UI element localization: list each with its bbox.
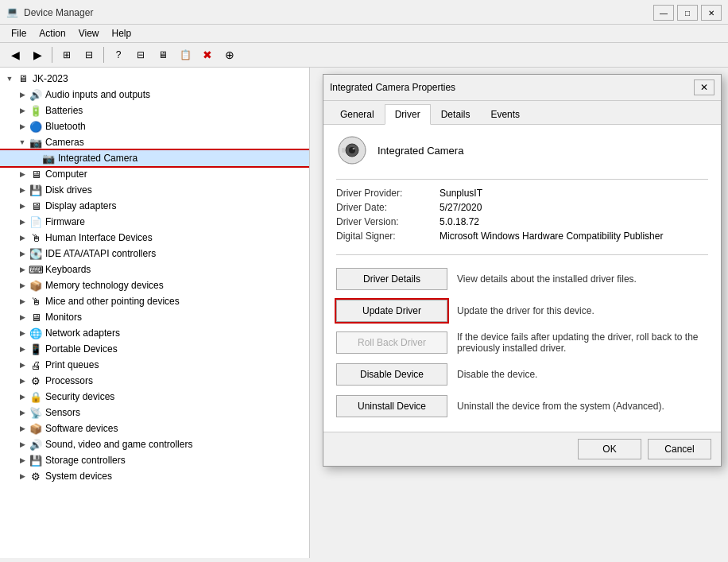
add-button[interactable]: ⊕ xyxy=(219,45,240,64)
expand-camera-icon[interactable] xyxy=(29,152,41,165)
computer-icon: 🖥 xyxy=(16,72,30,86)
expand-firmware-icon[interactable]: ▶ xyxy=(16,215,29,228)
tree-item-audio[interactable]: ▶ 🔊 Audio inputs and outputs xyxy=(0,87,309,103)
expand-button[interactable]: ⊞ xyxy=(56,45,77,64)
software-icon: 📦 xyxy=(29,421,43,436)
driver-date-row: Driver Date: 5/27/2020 xyxy=(336,202,708,213)
tree-item-display[interactable]: ▶ 🖥 Display adapters xyxy=(0,198,309,214)
device-button[interactable]: ⊟ xyxy=(130,45,151,64)
properties-button[interactable]: ? xyxy=(108,45,129,64)
cancel-button[interactable]: Cancel xyxy=(648,439,711,459)
menu-help[interactable]: Help xyxy=(106,26,138,41)
tree-item-computer[interactable]: ▶ 🖥 Computer xyxy=(0,166,309,182)
expand-sound-icon[interactable]: ▶ xyxy=(16,438,29,451)
tab-details[interactable]: Details xyxy=(431,104,481,125)
ok-button[interactable]: OK xyxy=(578,439,641,459)
update-driver-button[interactable]: Update Driver xyxy=(336,300,447,322)
maximize-button[interactable]: □ xyxy=(677,5,698,21)
minimize-button[interactable]: — xyxy=(653,5,674,21)
tree-item-processors[interactable]: ▶ ⚙ Processors xyxy=(0,373,309,389)
tree-item-security[interactable]: ▶ 🔒 Security devices xyxy=(0,389,309,405)
tree-item-disk[interactable]: ▶ 💾 Disk drives xyxy=(0,182,309,198)
expand-computer-icon[interactable]: ▶ xyxy=(16,168,29,180)
expand-cameras-icon[interactable]: ▼ xyxy=(16,136,29,149)
expand-storage-icon[interactable]: ▶ xyxy=(16,454,29,467)
tree-item-keyboards[interactable]: ▶ ⌨ Keyboards xyxy=(0,262,309,277)
monitor-button[interactable]: 🖥 xyxy=(153,45,173,64)
title-bar-controls: — □ ✕ xyxy=(653,5,722,21)
disable-device-row: Disable Device Disable the device. xyxy=(336,359,708,390)
tree-item-hid[interactable]: ▶ 🖱 Human Interface Devices xyxy=(0,230,309,246)
expand-portable-icon[interactable]: ▶ xyxy=(16,343,29,355)
tree-item-batteries[interactable]: ▶ 🔋 Batteries xyxy=(0,103,309,118)
computer-tree-icon: 🖥 xyxy=(29,167,43,181)
dialog-close-button[interactable]: ✕ xyxy=(694,79,714,95)
tree-item-system[interactable]: ▶ ⚙ System devices xyxy=(0,468,309,484)
tree-item-bluetooth[interactable]: ▶ 🔵 Bluetooth xyxy=(0,118,309,134)
monitors-icon: 🖥 xyxy=(29,310,43,324)
tab-general[interactable]: General xyxy=(330,104,385,125)
toolbar-sep-1 xyxy=(52,47,52,63)
driver-signer-label: Digital Signer: xyxy=(336,231,440,242)
tree-item-print[interactable]: ▶ 🖨 Print queues xyxy=(0,357,309,373)
expand-hid-icon[interactable]: ▶ xyxy=(16,231,29,244)
tab-driver[interactable]: Driver xyxy=(385,104,431,125)
tree-item-sensors[interactable]: ▶ 📡 Sensors xyxy=(0,405,309,421)
expand-memory-icon[interactable]: ▶ xyxy=(16,279,29,292)
ide-label: IDE ATA/ATAPI controllers xyxy=(45,248,156,259)
expand-system-icon[interactable]: ▶ xyxy=(16,470,29,483)
expand-batteries-icon[interactable]: ▶ xyxy=(16,104,29,117)
close-button[interactable]: ✕ xyxy=(701,5,722,21)
expand-disk-icon[interactable]: ▶ xyxy=(16,184,29,196)
system-icon: ⚙ xyxy=(29,469,43,483)
menu-view[interactable]: View xyxy=(72,26,106,41)
expand-display-icon[interactable]: ▶ xyxy=(16,200,29,212)
expand-software-icon[interactable]: ▶ xyxy=(16,422,29,435)
expand-sensors-icon[interactable]: ▶ xyxy=(16,406,29,419)
tree-item-memory[interactable]: ▶ 📦 Memory technology devices xyxy=(0,277,309,293)
tree-item-monitors[interactable]: ▶ 🖥 Monitors xyxy=(0,309,309,325)
expand-ide-icon[interactable]: ▶ xyxy=(16,247,29,260)
monitors-label: Monitors xyxy=(45,312,82,323)
back-button[interactable]: ◀ xyxy=(5,45,25,64)
tree-root[interactable]: ▼ 🖥 JK-2023 xyxy=(0,71,309,87)
title-bar: 💻 Device Manager — □ ✕ xyxy=(0,0,728,25)
tree-item-storage[interactable]: ▶ 💾 Storage controllers xyxy=(0,452,309,468)
collapse-button[interactable]: ⊟ xyxy=(79,45,99,64)
network-icon: 🌐 xyxy=(29,326,43,340)
remove-button[interactable]: ✖ xyxy=(197,45,218,64)
tab-events[interactable]: Events xyxy=(480,104,530,125)
disable-device-button[interactable]: Disable Device xyxy=(336,363,447,386)
tree-item-cameras[interactable]: ▼ 📷 Cameras xyxy=(0,134,309,150)
menu-action[interactable]: Action xyxy=(33,26,72,41)
hid-icon: 🖱 xyxy=(29,231,43,245)
tree-item-portable[interactable]: ▶ 📱 Portable Devices xyxy=(0,341,309,357)
expand-security-icon[interactable]: ▶ xyxy=(16,390,29,403)
tree-item-ide[interactable]: ▶ 💽 IDE ATA/ATAPI controllers xyxy=(0,246,309,262)
expand-icon[interactable]: ▼ xyxy=(3,72,16,85)
hid-label: Human Interface Devices xyxy=(45,232,153,243)
expand-keyboards-icon[interactable]: ▶ xyxy=(16,263,29,276)
menu-file[interactable]: File xyxy=(5,26,33,41)
tree-item-network[interactable]: ▶ 🌐 Network adapters xyxy=(0,325,309,341)
forward-button[interactable]: ▶ xyxy=(27,45,48,64)
tree-item-integrated-camera[interactable]: 📷 Integrated Camera xyxy=(0,150,309,166)
expand-monitors-icon[interactable]: ▶ xyxy=(16,311,29,324)
tree-item-firmware[interactable]: ▶ 📄 Firmware xyxy=(0,214,309,230)
cameras-label: Cameras xyxy=(45,137,84,148)
toolbar-sep-2 xyxy=(103,47,104,63)
tree-item-software[interactable]: ▶ 📦 Software devices xyxy=(0,421,309,436)
uninstall-device-button[interactable]: Uninstall Device xyxy=(336,395,447,417)
tree-item-sound[interactable]: ▶ 🔊 Sound, video and game controllers xyxy=(0,436,309,452)
expand-processors-icon[interactable]: ▶ xyxy=(16,374,29,387)
tree-panel[interactable]: ▼ 🖥 JK-2023 ▶ 🔊 Audio inputs and outputs… xyxy=(0,68,310,558)
expand-audio-icon[interactable]: ▶ xyxy=(16,88,29,101)
expand-bluetooth-icon[interactable]: ▶ xyxy=(16,120,29,133)
expand-print-icon[interactable]: ▶ xyxy=(16,359,29,371)
expand-network-icon[interactable]: ▶ xyxy=(16,327,29,339)
scan-button[interactable]: 📋 xyxy=(175,45,196,64)
rollback-driver-button[interactable]: Roll Back Driver xyxy=(336,331,447,354)
tree-item-mice[interactable]: ▶ 🖱 Mice and other pointing devices xyxy=(0,293,309,309)
driver-details-button[interactable]: Driver Details xyxy=(336,268,447,290)
expand-mice-icon[interactable]: ▶ xyxy=(16,295,29,308)
